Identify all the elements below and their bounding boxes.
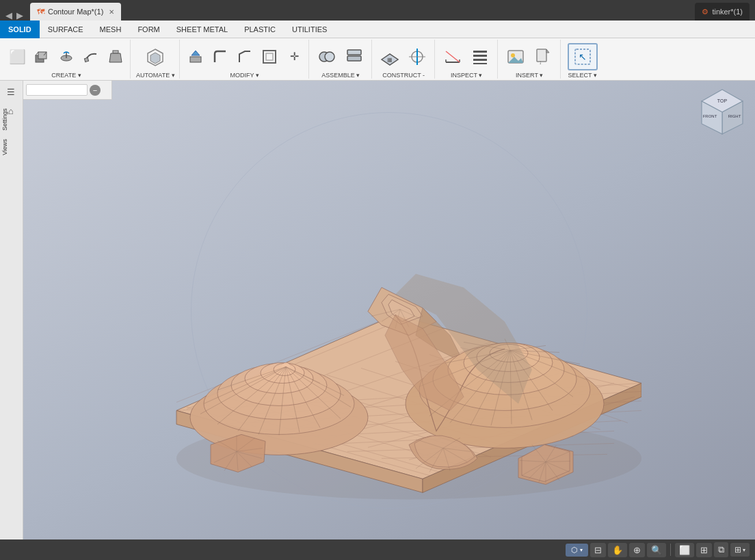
automate-label[interactable]: AUTOMATE ▾	[136, 72, 175, 79]
display-mode-btn[interactable]: ⬜	[675, 543, 694, 557]
svg-rect-30	[473, 59, 487, 61]
workspace-display-btn[interactable]: ⬡ ▾	[566, 544, 588, 557]
sidebar-expand-btn[interactable]: ☰	[2, 83, 20, 101]
sweep-btn[interactable]	[79, 43, 103, 70]
svg-point-16	[325, 52, 334, 62]
svg-line-2	[36, 52, 38, 55]
nav-cube[interactable]: TOP RIGHT FRONT	[695, 86, 750, 141]
select-label[interactable]: SELECT ▾	[568, 72, 596, 79]
modify-label[interactable]: MODIFY ▾	[230, 72, 259, 79]
joint-btn[interactable]	[314, 43, 340, 70]
menu-tab-solid[interactable]: SOLID	[0, 21, 40, 38]
insert-image-btn[interactable]	[503, 43, 529, 70]
menu-tab-plastic[interactable]: PLASTIC	[236, 21, 284, 38]
insert-label[interactable]: INSERT ▾	[516, 72, 543, 79]
nav-back-btn[interactable]: ◀	[5, 10, 12, 21]
filter-remove-btn[interactable]: −	[90, 85, 101, 96]
revolve-icon	[58, 49, 75, 65]
assemble-label[interactable]: ASSEMBLE ▾	[321, 72, 360, 79]
svg-text:↓: ↓	[539, 59, 542, 66]
grid-display-btn[interactable]: ⊞	[696, 543, 712, 557]
orbit-btn[interactable]: ⧉	[714, 542, 728, 557]
select-btn[interactable]: ↖	[568, 43, 598, 70]
measure-btn[interactable]	[440, 43, 466, 70]
active-tab[interactable]: 🗺 Contour Map*(1) ✕	[30, 3, 121, 21]
svg-rect-29	[473, 55, 487, 57]
automate-btn[interactable]	[140, 43, 170, 70]
grid-options-btn[interactable]: ⊟	[590, 543, 606, 557]
zebra-icon	[471, 47, 490, 66]
svg-text:TOP: TOP	[717, 98, 728, 103]
search-input[interactable]	[26, 84, 88, 96]
svg-marker-9	[150, 53, 160, 64]
svg-rect-31	[473, 63, 487, 64]
menu-tab-surface[interactable]: SURFACE	[40, 21, 92, 38]
extrude-btn[interactable]	[30, 43, 53, 70]
press-pull-btn[interactable]	[184, 43, 207, 70]
menu-tab-utilities[interactable]: UTILITIES	[284, 21, 335, 38]
loft-btn[interactable]	[104, 43, 127, 70]
svg-rect-28	[473, 51, 487, 53]
joint2-btn[interactable]	[341, 43, 367, 70]
insert2-icon: ↓	[533, 47, 553, 66]
svg-rect-18	[347, 56, 361, 61]
new-component-icon: ⬜	[9, 49, 26, 65]
nav-forward-btn[interactable]: ▶	[16, 10, 23, 21]
shell-btn[interactable]	[258, 43, 281, 70]
revolve-btn[interactable]	[55, 43, 78, 70]
zebra-btn[interactable]	[467, 43, 493, 70]
pan-tool-btn[interactable]: ✋	[608, 543, 627, 557]
3d-model-viewport	[81, 123, 641, 513]
construct-label[interactable]: CONSTRUCT -	[382, 72, 425, 79]
axis-icon	[408, 47, 427, 66]
automate-group: AUTOMATE ▾	[132, 40, 180, 79]
joint-icon	[317, 47, 336, 66]
create-new-body-btn[interactable]: ⬜	[5, 43, 29, 70]
snap-tool-btn[interactable]: ⊕	[629, 543, 645, 557]
svg-rect-12	[263, 51, 276, 63]
insert2-btn[interactable]: ↓	[530, 43, 556, 70]
secondary-tab-label: tinker*(1)	[712, 8, 743, 16]
inspect-label[interactable]: INSPECT ▾	[451, 72, 482, 79]
svg-text:✛: ✛	[289, 51, 298, 62]
chamfer-btn[interactable]	[233, 43, 256, 70]
loft-icon	[107, 49, 124, 65]
secondary-tab-icon: ⚙	[702, 8, 708, 16]
select-group: ↖ SELECT ▾	[562, 40, 603, 79]
workspace-icon: ⬡	[571, 546, 578, 555]
inspect-group: INSPECT ▾	[436, 40, 498, 79]
select-icon: ↖	[573, 47, 592, 66]
menu-tab-mesh[interactable]: MESH	[92, 21, 130, 38]
extrude-icon	[34, 49, 50, 65]
menu-tab-form[interactable]: FORM	[129, 21, 168, 38]
insert-image-icon	[506, 47, 525, 66]
axis-btn[interactable]	[404, 43, 430, 70]
move-btn[interactable]: ✛	[282, 43, 306, 70]
modify-group: ✛ MODIFY ▾	[181, 40, 309, 79]
plane-btn[interactable]: ▦	[377, 43, 403, 70]
secondary-tab[interactable]: ⚙ tinker*(1)	[695, 3, 750, 21]
fillet-btn[interactable]	[209, 43, 232, 70]
shell-icon	[261, 49, 278, 65]
svg-marker-36	[546, 49, 549, 53]
svg-rect-13	[266, 53, 273, 60]
measure-icon	[443, 47, 462, 66]
active-tab-icon: 🗺	[37, 8, 44, 16]
svg-text:↖: ↖	[579, 51, 587, 62]
measure-tool-btn[interactable]: 🔍	[647, 543, 666, 557]
svg-text:FRONT: FRONT	[703, 114, 717, 118]
chamfer-icon	[237, 49, 253, 65]
create-label[interactable]: CREATE ▾	[51, 72, 81, 79]
construct-group: ▦ CONSTRUCT -	[373, 40, 435, 79]
svg-text:RIGHT: RIGHT	[728, 114, 741, 118]
more-display-btn[interactable]: ⊞▾	[730, 543, 750, 557]
create-group: ⬜ CREATE ▾	[3, 40, 131, 79]
fillet-icon	[212, 49, 228, 65]
plane-icon: ▦	[380, 47, 399, 66]
active-tab-close[interactable]: ✕	[109, 8, 114, 16]
automate-icon	[146, 47, 165, 66]
menu-tab-sheetmetal[interactable]: SHEET METAL	[168, 21, 236, 38]
svg-marker-7	[109, 53, 122, 62]
joint2-icon	[345, 47, 364, 66]
svg-rect-6	[113, 51, 118, 53]
